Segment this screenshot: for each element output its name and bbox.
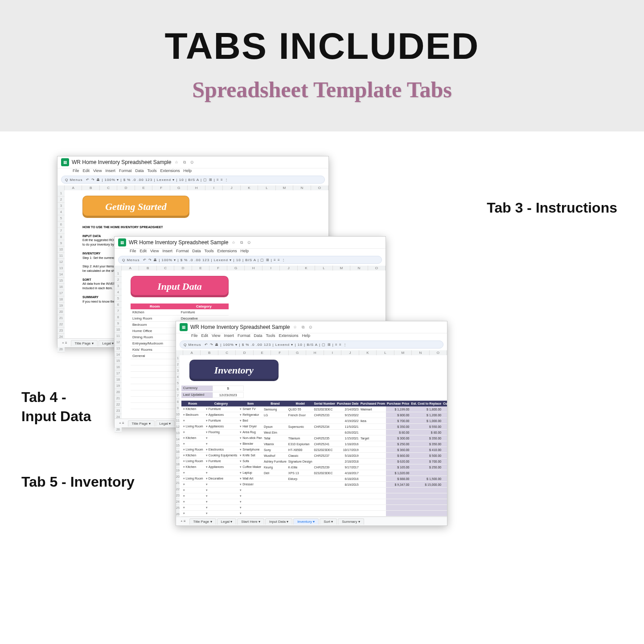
badge-inventory: Inventory — [189, 360, 279, 381]
sheets-icon: ▦ — [118, 238, 126, 246]
tab-inventory[interactable]: Inventory ▾ — [293, 518, 319, 525]
toolbar[interactable]: Q Menus↶ ↷ 🖶 | 100% ▾ | $ % .0 .00 123 |… — [61, 176, 325, 184]
hero-banner: TABS INCLUDED Spreadsheet Template Tabs — [0, 0, 644, 131]
hero-title: TABS INCLUDED — [0, 25, 644, 68]
tab-title-page[interactable]: Title Page ▾ — [189, 518, 216, 525]
label-tab5: Tab 5 - Inventory — [21, 472, 135, 492]
tab-legal[interactable]: Legal ▾ — [217, 518, 237, 525]
tab-summary[interactable]: Summary ▾ — [338, 518, 364, 525]
tab-start-here[interactable]: Start Here ▾ — [237, 518, 264, 525]
tab-input-data[interactable]: Input Data ▾ — [265, 518, 292, 525]
badge-input-data: Input Data — [131, 276, 229, 297]
inventory-table: RoomCategoryItemBrandModelSerial NumberP… — [181, 401, 447, 522]
badge-getting-started: Getting Started — [82, 196, 189, 218]
tab-legal[interactable]: Legal ▾ — [156, 420, 175, 427]
sheet-inventory: ▦ WR Home Inventory Spreadsheet Sample ☆… — [176, 321, 447, 526]
menubar[interactable]: FileEditViewInsertFormatDataToolsExtensi… — [57, 168, 328, 175]
sheets-icon: ▦ — [180, 323, 188, 331]
tab-title-page[interactable]: Title Page ▾ — [71, 340, 98, 346]
col-headers: ABCDEFGHIJKLMNO — [57, 185, 328, 190]
tab-sort[interactable]: Sort ▾ — [320, 518, 337, 525]
titlebar: ▦ WR Home Inventory Spreadsheet Sample ☆… — [57, 156, 328, 168]
row-gutter: 1234567891011121314151617181920212223242… — [57, 190, 65, 353]
hero-subtitle: Spreadsheet Template Tabs — [0, 77, 644, 103]
label-tab3: Tab 3 - Instructions — [487, 198, 617, 217]
doc-action-icons: ☆ ⧉ ⊙ — [175, 160, 196, 165]
tab-title-page[interactable]: Title Page ▾ — [128, 420, 155, 427]
sheets-icon: ▦ — [61, 158, 69, 166]
label-tab4: Tab 4 - Input Data — [21, 388, 91, 426]
